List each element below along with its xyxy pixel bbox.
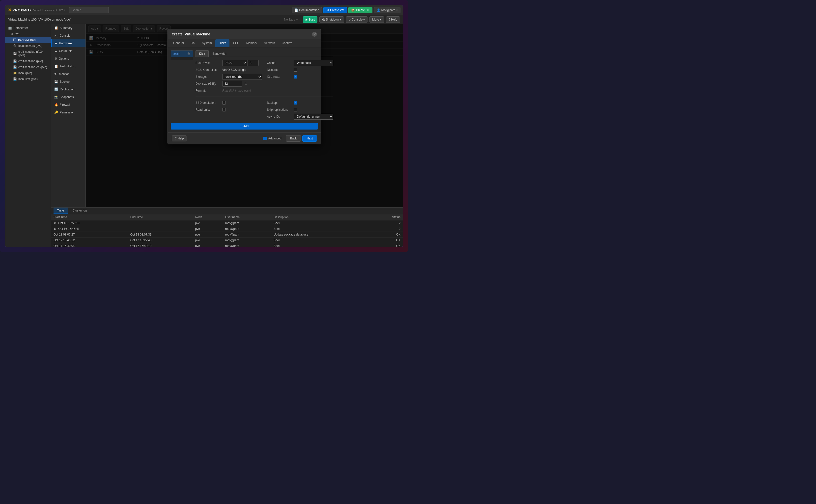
sidebar-item-vm100[interactable]: 🗔 100 (VM 100) <box>5 37 51 43</box>
advanced-section: Advanced <box>263 137 281 140</box>
nav-item-backup[interactable]: 💾 Backup <box>51 78 85 85</box>
disk-size-input[interactable] <box>222 81 242 87</box>
skip-replication-checkbox[interactable] <box>294 108 297 111</box>
modal-close-button[interactable]: ✕ <box>312 32 317 37</box>
task-log: Tasks Cluster log Start Time ↓ <box>51 207 403 247</box>
sidebar-item-datacenter[interactable]: 🏢 Datacenter <box>5 25 51 31</box>
documentation-button[interactable]: 📄 Documentation <box>292 7 322 13</box>
search-input[interactable] <box>69 7 109 13</box>
cache-row: Cache: Write back <box>267 59 333 66</box>
col-user[interactable]: User name <box>223 214 271 220</box>
storage-icon4: 📁 <box>13 71 17 75</box>
tab-system[interactable]: System <box>198 39 215 47</box>
pve-icon: 🖥 <box>10 32 13 36</box>
task-log-table: Start Time ↓ End Time Node <box>51 214 403 247</box>
ssd-emulation-checkbox[interactable] <box>222 101 226 105</box>
more-button[interactable]: More ▾ <box>369 16 384 23</box>
sidebar-item-local-lvm[interactable]: 💾 local-lvm (pve) <box>5 76 51 82</box>
help-button[interactable]: ? Help <box>386 16 400 23</box>
bus-device-combo: SCSI <box>222 60 259 66</box>
storage-select[interactable]: croit-reef-rbd <box>222 74 262 80</box>
nav-item-permissions[interactable]: 🔑 Permissio... <box>51 108 85 116</box>
task-log-tab-tasks[interactable]: Tasks <box>54 208 68 214</box>
tab-network[interactable]: Network <box>260 39 278 47</box>
top-bar-right: 📄 Documentation 🖥 Create VM 📦 Create CT … <box>292 7 400 13</box>
tab-disks[interactable]: Disks <box>215 39 229 47</box>
modal-help-icon: ? <box>175 137 177 140</box>
create-vm-button[interactable]: 🖥 Create VM <box>323 7 347 13</box>
tab-confirm[interactable]: Confirm <box>278 39 296 47</box>
create-ct-button[interactable]: 📦 Create CT <box>348 7 372 13</box>
table-row: Oct 17 15:40:12 Oct 17 18:27:48 pve root… <box>51 238 403 243</box>
modal-header: Create: Virtual Machine ✕ <box>168 29 321 39</box>
cell-user: root@pam <box>223 226 271 232</box>
nav-item-summary[interactable]: 📋 Summary <box>51 24 85 32</box>
nav-item-replication[interactable]: 🔄 Replication <box>51 85 85 93</box>
nav-item-snapshots[interactable]: 📸 Snapshots <box>51 93 85 101</box>
nav-item-console[interactable]: >_ Console <box>51 32 85 39</box>
storage-row: Storage: croit-reef-rbd <box>195 73 262 80</box>
task-log-tab-cluster[interactable]: Cluster log <box>69 208 90 214</box>
col-start-time[interactable]: Start Time ↓ <box>51 214 128 220</box>
nav-item-monitor[interactable]: 👁 Monitor <box>51 70 85 78</box>
scsi-controller-row: SCSI Controller: VirtIO SCSI single <box>195 66 262 73</box>
col-desc[interactable]: Description <box>271 214 370 220</box>
disk-delete-icon[interactable]: 🗑 <box>187 52 190 56</box>
disk-tab-disk[interactable]: Disk <box>195 50 209 57</box>
disk-size-spinner[interactable]: ⇅ <box>244 82 247 86</box>
task-table-body: 🖥 Oct 16 15:53:10 pve root@pam Shell ? <box>51 220 403 247</box>
main-layout: 🏢 Datacenter 🖥 pve 🗔 100 (VM 100) 🔌 loca… <box>5 24 403 247</box>
back-button[interactable]: Back <box>286 135 301 142</box>
sidebar-item-croit-reef-rbd[interactable]: 💾 croit-reef-rbd (pve) <box>5 58 51 64</box>
task-log-tabs: Tasks Cluster log <box>51 208 403 214</box>
advanced-checkbox[interactable] <box>263 137 267 140</box>
discard-checkbox[interactable] <box>294 68 297 72</box>
tab-general[interactable]: General <box>170 39 187 47</box>
disk-form-left: Bus/Device: SCSI <box>195 59 262 94</box>
sidebar-item-croit-nautilus[interactable]: 💾 croit-nautilus-nfs34 (pve) <box>5 49 51 58</box>
storage-icon5: 💾 <box>13 77 17 81</box>
bus-number-input[interactable] <box>247 60 259 66</box>
sidebar-item-pve[interactable]: 🖥 pve <box>5 31 51 37</box>
tab-os[interactable]: OS <box>187 39 198 47</box>
user-button[interactable]: 👤 root@pam ▾ <box>374 7 400 13</box>
backup-checkbox[interactable] <box>294 101 297 105</box>
col-node[interactable]: Node <box>193 214 223 220</box>
cache-select[interactable]: Write back <box>294 60 333 66</box>
sidebar-item-localnetwork[interactable]: 🔌 localnetwork (pve) <box>5 43 51 49</box>
bus-type-select[interactable]: SCSI <box>222 60 247 66</box>
nav-item-hardware[interactable]: 🖥 Hardware <box>51 39 85 47</box>
nav-item-cloud-init[interactable]: ☁ Cloud-Init <box>51 47 85 55</box>
tab-memory[interactable]: Memory <box>243 39 260 47</box>
io-thread-row: IO thread: <box>267 73 333 80</box>
io-thread-checkbox[interactable] <box>294 75 297 79</box>
shutdown-button[interactable]: ⏻ Shutdown ▾ <box>319 16 344 23</box>
cell-desc: Shell <box>271 226 370 232</box>
disk-list-item-scsi0[interactable]: scsi0 🗑 <box>171 51 193 57</box>
console-button[interactable]: ▷ Console ▾ <box>346 16 367 23</box>
read-only-checkbox[interactable] <box>222 108 226 111</box>
second-bar: Virtual Machine 100 (VM 100) on node 'pv… <box>5 15 403 24</box>
col-status[interactable]: Status <box>370 214 403 220</box>
tab-cpu[interactable]: CPU <box>229 39 242 47</box>
cell-user: root@pam <box>223 232 271 238</box>
modal-help-button[interactable]: ? Help <box>172 135 187 141</box>
next-button[interactable]: Next <box>302 135 317 142</box>
monitor-icon: 👁 <box>54 72 57 76</box>
start-button[interactable]: ▶ Start <box>303 16 317 23</box>
nav-item-options[interactable]: ⚙ Options <box>51 55 85 62</box>
cell-end: Oct 17 15:40:10 <box>128 243 193 247</box>
tag-edit-icon[interactable]: ✏ <box>296 18 298 21</box>
console-icon: ▷ <box>349 18 351 21</box>
nav-item-firewall[interactable]: 🔥 Firewall <box>51 101 85 108</box>
add-disk-button[interactable]: + Add <box>171 123 318 130</box>
col-end-time[interactable]: End Time <box>128 214 193 220</box>
async-io-select[interactable]: Default (io_uring) <box>294 114 333 120</box>
disk-tab-bandwidth[interactable]: Bandwidth <box>209 50 230 57</box>
logo-x: ✕ <box>8 7 11 13</box>
table-row: Oct 18 08:07:27 Oct 18 08:07:39 pve root… <box>51 232 403 238</box>
sidebar-item-croit-reef-rbd-ec[interactable]: 💾 croit-reef-rbd-ec (pve) <box>5 64 51 70</box>
nav-item-task-history[interactable]: 📋 Task Histo... <box>51 62 85 70</box>
sidebar-item-local[interactable]: 📁 local (pve) <box>5 70 51 76</box>
docs-icon: 📄 <box>294 8 298 12</box>
